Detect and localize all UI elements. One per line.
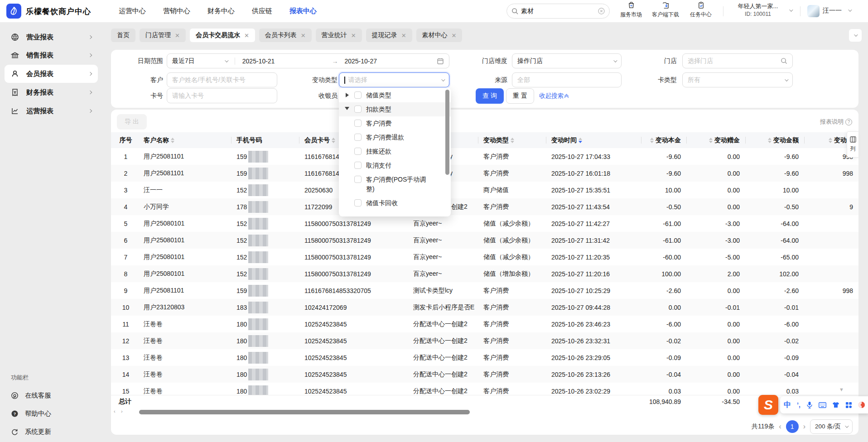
checkbox[interactable] (354, 162, 362, 169)
sidebar-item-member-report[interactable]: 会员报表 (5, 65, 98, 83)
checkbox[interactable] (354, 176, 362, 183)
column-header-5[interactable]: 变动类型 (478, 132, 546, 148)
checkbox[interactable] (354, 148, 362, 155)
sidebar-item-business-report[interactable]: 营业报表 (5, 28, 98, 46)
checkbox[interactable] (354, 134, 362, 141)
date-end-value[interactable]: 2025-10-27 (344, 58, 377, 65)
dropdown-option[interactable]: 储值卡回收 (339, 196, 451, 210)
page-size-select[interactable]: 200 条/页 (810, 419, 853, 434)
store-select-field[interactable]: 选择门店 (682, 53, 793, 68)
microphone-icon[interactable] (806, 401, 813, 408)
tab-close-icon[interactable]: ✕ (401, 33, 406, 38)
search-input[interactable]: 素材 (521, 7, 595, 15)
collapse-search-button[interactable]: 收起搜索 (539, 88, 568, 104)
global-search[interactable]: 素材 (506, 4, 610, 19)
column-settings-button[interactable]: 列 (847, 131, 858, 158)
client-download-link[interactable]: 客户端下载 (650, 1, 681, 19)
user-name[interactable]: 汪一一 (823, 7, 842, 15)
sort-icon[interactable] (332, 138, 335, 143)
customer-input[interactable]: 客户姓名/手机号/关联卡号 (167, 72, 277, 87)
sort-icon[interactable] (650, 138, 654, 143)
horizontal-scrollbar[interactable]: ‹ › (111, 409, 858, 415)
checkbox[interactable] (354, 120, 362, 127)
tab-page-5[interactable]: 提现记录✕ (366, 29, 412, 42)
caret-right-icon[interactable] (344, 93, 350, 97)
dropdown-option[interactable]: 取消支付 (339, 159, 451, 173)
sidebar-item-sales-report[interactable]: 销售报表 (5, 46, 98, 64)
menu-finance-center[interactable]: 财务中心 (207, 7, 235, 15)
source-input[interactable]: 全部 (512, 72, 622, 87)
sort-icon[interactable] (709, 138, 713, 143)
column-header-6[interactable]: 变动时间 (546, 132, 641, 148)
dropdown-option[interactable]: 储值类型 (339, 88, 451, 102)
checkbox[interactable] (354, 199, 362, 207)
caret-down-icon[interactable] (344, 107, 350, 110)
clear-search-icon[interactable] (598, 8, 605, 14)
tab-page-4[interactable]: 营业统计✕ (316, 29, 362, 42)
ime-language-toggle[interactable]: 中 (784, 400, 791, 410)
toolbox-icon[interactable] (845, 402, 852, 408)
column-header-7[interactable]: 变动本金 (641, 132, 686, 148)
tab-page-2[interactable]: 会员卡交易流水✕ (190, 29, 255, 42)
horizontal-scrollbar-thumb[interactable] (139, 410, 470, 414)
tabs-overflow-button[interactable] (849, 29, 862, 42)
sort-icon[interactable] (768, 138, 772, 143)
dropdown-option[interactable]: 扣款类型 (339, 102, 451, 116)
dropdown-option[interactable]: 客户消费(POS手动调整) (339, 173, 451, 196)
current-page-badge[interactable]: 1 (786, 420, 799, 433)
sidebar-item-system-update[interactable]: 系统更新 (5, 423, 98, 440)
tab-page-1[interactable]: 门店管理✕ (140, 29, 186, 42)
export-button[interactable]: 导 出 (117, 114, 147, 130)
date-preset-select[interactable]: 最近7日 (172, 57, 195, 65)
scroll-right-icon[interactable]: › (121, 408, 123, 414)
sidebar-item-help-center[interactable]: ? 帮助中心 (5, 405, 98, 422)
user-avatar[interactable] (807, 5, 820, 17)
tab-close-icon[interactable]: ✕ (351, 33, 356, 38)
virtual-keyboard-icon[interactable] (819, 402, 826, 408)
column-header-1[interactable]: 客户名称 (138, 132, 231, 148)
prev-page-icon[interactable]: ‹ (779, 423, 781, 431)
task-center-link[interactable]: 任务中心 (685, 1, 717, 19)
tab-close-icon[interactable]: ✕ (301, 33, 306, 38)
query-button[interactable]: 查 询 (476, 88, 504, 104)
column-header-8[interactable]: 变动赠金 (686, 132, 745, 148)
date-range-field[interactable]: 最近7日 2025-10-21 → 2025-10-27 (167, 53, 449, 68)
skin-icon[interactable] (832, 402, 839, 408)
sidebar-item-operation-report[interactable]: 运营报表 (5, 102, 98, 120)
menu-report-center[interactable]: 报表中心 (289, 7, 317, 15)
sogou-logo-icon[interactable]: S (758, 395, 778, 415)
ime-punctuation-toggle[interactable]: ’, (797, 401, 800, 408)
tab-home[interactable]: 首页 (111, 29, 135, 42)
menu-marketing-center[interactable]: 营销中心 (163, 7, 190, 15)
dropdown-option[interactable]: 客户消费 (339, 116, 451, 130)
dropdown-option[interactable]: 客户消费退款 (339, 130, 451, 144)
tenant-switcher[interactable]: 年轻人第一家... ID: 100011 (728, 2, 787, 17)
tab-page-3[interactable]: 会员卡列表✕ (259, 29, 312, 42)
reset-button[interactable]: 重 置 (506, 88, 534, 104)
column-header-9[interactable]: 变动金额 (745, 132, 804, 148)
sidebar-item-online-service[interactable]: 在线客服 (5, 387, 98, 404)
dropdown-option[interactable]: 挂账还款 (339, 144, 451, 159)
store-dimension-select[interactable]: 操作门店 (512, 53, 622, 68)
next-page-icon[interactable]: › (803, 423, 805, 431)
dropdown-scrollbar-thumb[interactable] (445, 90, 449, 175)
sidebar-item-finance-report[interactable]: 财务报表 (5, 83, 98, 101)
sort-icon[interactable] (511, 138, 514, 143)
card-no-input[interactable]: 请输入卡号 (167, 88, 277, 103)
menu-supply-chain[interactable]: 供应链 (252, 7, 272, 15)
tab-close-icon[interactable]: ✕ (244, 33, 249, 38)
emoji-icon[interactable] (858, 401, 865, 408)
tab-close-icon[interactable]: ✕ (175, 33, 180, 38)
sort-icon[interactable] (579, 138, 582, 143)
sort-icon[interactable] (171, 138, 174, 143)
service-market-link[interactable]: 服务市场 (615, 1, 647, 19)
checkbox[interactable] (354, 106, 362, 113)
card-type-select[interactable]: 所有 (682, 72, 793, 87)
change-type-select[interactable]: 请选择 (339, 72, 449, 87)
scroll-left-icon[interactable]: ‹ (114, 408, 116, 414)
report-note[interactable]: 报表说明 ? (820, 118, 852, 126)
date-start-value[interactable]: 2025-10-21 (242, 58, 275, 65)
scroll-down-icon[interactable]: ▼ (839, 387, 844, 392)
sort-icon[interactable] (829, 138, 832, 143)
tab-close-icon[interactable]: ✕ (452, 33, 457, 38)
